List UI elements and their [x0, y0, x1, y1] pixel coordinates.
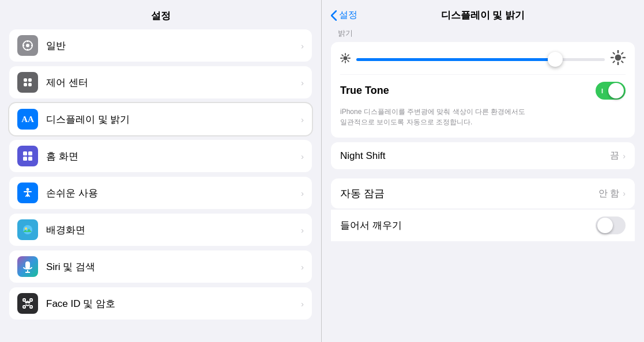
night-shift-row[interactable]: Night Shift 끔 ›	[331, 142, 635, 169]
auto-lock-value: 안 함	[598, 188, 619, 200]
true-tone-toggle[interactable]: I	[596, 82, 626, 100]
settings-item-general[interactable]: 일반 ›	[9, 29, 312, 62]
toggle-i-label: I	[601, 88, 603, 94]
brightness-section-label: 밝기	[322, 28, 644, 42]
toggle-knob	[608, 83, 624, 98]
back-label: 설정	[339, 9, 357, 21]
svg-rect-6	[24, 78, 27, 82]
svg-point-14	[27, 188, 29, 191]
back-chevron-icon	[331, 10, 337, 21]
true-tone-row: True Tone I	[340, 74, 626, 104]
svg-point-15	[23, 225, 32, 234]
true-tone-description: iPhone 디스플레이를 주변광에 맞춰 색상이 다른 환경에서도일관적으로 …	[340, 107, 626, 130]
auto-lock-label: 자동 잠금	[340, 187, 385, 200]
night-shift-value: 끔	[610, 150, 619, 162]
brightness-slider[interactable]	[356, 58, 605, 61]
svg-line-32	[342, 55, 343, 56]
back-button[interactable]: 설정	[331, 9, 357, 21]
general-chevron: ›	[301, 41, 304, 51]
svg-point-1	[26, 44, 29, 47]
siri-label: Siri 및 검색	[46, 260, 301, 273]
settings-item-faceid[interactable]: Face ID 및 암호 ›	[9, 287, 312, 320]
wake-toggle-knob	[597, 218, 613, 233]
svg-rect-11	[28, 151, 32, 155]
svg-rect-9	[28, 83, 32, 86]
wallpaper-icon	[17, 219, 38, 240]
display-icon: AA	[17, 109, 38, 130]
general-label: 일반	[46, 39, 301, 52]
svg-line-41	[613, 53, 615, 54]
general-icon	[17, 35, 38, 56]
display-label: 디스플레이 및 밝기	[46, 113, 301, 126]
true-tone-label: True Tone	[340, 85, 389, 97]
svg-rect-8	[24, 83, 27, 86]
left-panel-title: 설정	[151, 0, 171, 29]
auto-lock-chevron-icon: ›	[623, 189, 626, 198]
wake-toggle[interactable]	[596, 216, 626, 234]
settings-item-display[interactable]: AA 디스플레이 및 밝기 ›	[9, 103, 312, 135]
right-panel-title: 디스플레이 및 밝기	[441, 9, 525, 22]
settings-item-home[interactable]: 홈 화면 ›	[9, 140, 312, 172]
svg-rect-12	[23, 157, 27, 161]
settings-item-accessibility[interactable]: 손쉬운 사용 ›	[9, 177, 312, 209]
svg-rect-23	[30, 306, 32, 308]
brightness-thumb[interactable]	[548, 52, 563, 67]
svg-rect-21	[30, 299, 32, 301]
auto-lock-row[interactable]: 자동 잠금 안 함 ›	[331, 178, 635, 208]
brightness-card: True Tone I iPhone 디스플레이를 주변광에 맞춰 색상이 다른…	[331, 42, 635, 138]
svg-line-44	[613, 61, 615, 62]
settings-list-panel: 설정 일반 ›	[0, 0, 322, 342]
svg-rect-22	[23, 306, 25, 308]
wake-on-raise-row: 들어서 깨우기	[331, 209, 635, 241]
accessibility-icon	[17, 183, 38, 203]
control-icon	[17, 72, 38, 93]
siri-icon	[17, 256, 38, 277]
svg-point-24	[25, 302, 27, 303]
night-shift-chevron-icon: ›	[623, 151, 626, 161]
faceid-icon	[17, 293, 38, 314]
display-chevron: ›	[301, 115, 304, 124]
svg-line-33	[348, 60, 349, 62]
svg-line-34	[348, 55, 349, 56]
svg-line-42	[622, 61, 623, 62]
wake-label: 들어서 깨우기	[340, 219, 402, 232]
svg-point-16	[25, 227, 27, 230]
right-header: 설정 디스플레이 및 밝기	[322, 0, 644, 28]
auto-lock-right: 안 함 ›	[598, 188, 626, 200]
svg-point-27	[343, 56, 347, 60]
svg-rect-10	[23, 151, 27, 155]
brightness-fill	[356, 58, 555, 61]
svg-point-25	[28, 302, 29, 303]
svg-rect-20	[23, 299, 25, 301]
svg-point-36	[615, 55, 622, 61]
settings-item-wallpaper[interactable]: 배경화면 ›	[9, 214, 312, 246]
display-settings-panel: 설정 디스플레이 및 밝기 밝기	[322, 0, 644, 342]
home-label: 홈 화면	[46, 150, 301, 163]
siri-chevron: ›	[301, 262, 304, 272]
night-shift-right: 끔 ›	[610, 150, 626, 162]
svg-line-43	[622, 53, 623, 54]
wallpaper-label: 배경화면	[46, 223, 301, 237]
settings-item-control[interactable]: 제어 센터 ›	[9, 66, 312, 98]
home-icon	[17, 146, 38, 166]
faceid-label: Face ID 및 암호	[46, 297, 301, 310]
control-chevron: ›	[301, 78, 304, 88]
svg-rect-13	[28, 157, 32, 161]
svg-line-35	[342, 60, 343, 62]
brightness-high-icon	[611, 50, 626, 69]
wallpaper-chevron: ›	[301, 225, 304, 235]
svg-rect-7	[28, 78, 32, 82]
night-shift-label: Night Shift	[340, 150, 385, 162]
svg-rect-17	[25, 261, 30, 269]
faceid-chevron: ›	[301, 299, 304, 309]
settings-items-list: 일반 › 제어 센터 › AA 디스플레이 및 밝기 ›	[0, 29, 321, 324]
home-chevron: ›	[301, 151, 304, 161]
brightness-low-icon	[340, 53, 351, 66]
accessibility-chevron: ›	[301, 188, 304, 198]
settings-item-siri[interactable]: Siri 및 검색 ›	[9, 250, 312, 283]
brightness-row	[340, 50, 626, 69]
control-label: 제어 센터	[46, 76, 301, 89]
accessibility-label: 손쉬운 사용	[46, 187, 301, 200]
